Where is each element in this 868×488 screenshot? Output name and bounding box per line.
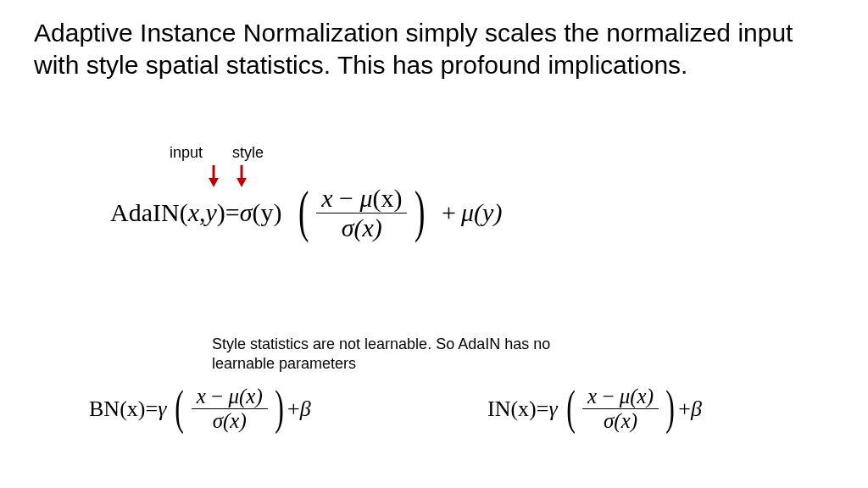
paren-close: ): [217, 198, 225, 227]
bn-fn: BN: [89, 396, 120, 422]
mu-of-y: μ(y): [461, 198, 502, 227]
label-style: style: [232, 144, 264, 162]
bn-equals: =: [145, 396, 158, 422]
sigma: σ: [240, 198, 253, 227]
big-rparen: ): [415, 188, 426, 234]
bn-plus: +: [287, 396, 300, 422]
num-mu: μ: [359, 184, 372, 212]
in-fn: IN: [487, 396, 510, 422]
arg-x: x: [188, 198, 199, 227]
big-lparen: (: [298, 188, 309, 234]
num-of-x: (x): [372, 184, 402, 212]
of-y: (y): [253, 198, 282, 227]
bn-den: σ(x): [213, 409, 247, 432]
in-mu-of-x: μ(x): [620, 385, 654, 408]
equation-in: IN(x) = γ ( x − μ(x) σ(x) ) + β: [487, 385, 702, 433]
slide: Adaptive Instance Normalization simply s…: [0, 0, 868, 488]
bn-arg: (x): [120, 396, 145, 422]
in-gamma: γ: [548, 396, 557, 422]
in-plus: +: [678, 396, 691, 422]
num-x: x: [321, 184, 332, 212]
plus: +: [442, 198, 456, 227]
in-rparen: ): [665, 388, 675, 427]
in-minus: −: [597, 385, 620, 408]
num-minus: −: [332, 184, 359, 212]
bn-lparen: (: [175, 388, 185, 427]
bn-gamma: γ: [158, 396, 166, 422]
in-beta: β: [691, 396, 702, 422]
slide-title: Adaptive Instance Normalization simply s…: [34, 17, 834, 80]
in-num-x: x: [587, 385, 597, 408]
fn-name: AdaIN: [110, 198, 180, 227]
equals: =: [225, 198, 240, 227]
equation-bn: BN(x) = γ ( x − μ(x) σ(x) ) + β: [89, 385, 311, 433]
den-sigma-of-x: σ(x): [342, 214, 382, 241]
in-equals: =: [537, 396, 549, 422]
bn-fraction: x − μ(x) σ(x): [192, 385, 268, 433]
bn-mu-of-x: μ(x): [228, 385, 262, 408]
in-arg: (x): [510, 396, 536, 422]
bn-rparen: ): [275, 388, 284, 427]
note-text: Style statistics are not learnable. So A…: [212, 335, 602, 373]
label-input: input: [170, 144, 203, 162]
in-lparen: (: [566, 388, 576, 427]
arg-y: y: [205, 198, 216, 227]
in-fraction: x − μ(x) σ(x): [582, 385, 659, 433]
fraction-main: x − μ(x) σ(x): [316, 185, 407, 241]
bn-beta: β: [300, 396, 311, 422]
bn-minus: −: [206, 385, 229, 408]
equation-adain: AdaIN(x, y) = σ(y) ( x − μ(x) σ(x) ) + μ…: [110, 185, 502, 241]
paren-open: (: [180, 198, 188, 227]
in-den: σ(x): [604, 409, 637, 432]
bn-num-x: x: [197, 385, 206, 408]
